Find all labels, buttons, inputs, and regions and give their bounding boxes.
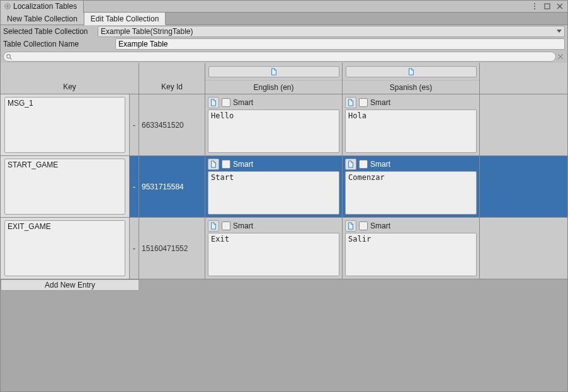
document-icon	[347, 160, 355, 168]
key-id-cell: 9531715584	[139, 156, 205, 217]
collection-name-input[interactable]	[115, 38, 565, 50]
key-id-cell: 15160471552	[139, 218, 205, 279]
value-cell: SmartExit	[205, 218, 343, 279]
selected-collection-label: Selected Table Collection	[3, 27, 98, 36]
smart-checkbox[interactable]	[359, 221, 368, 230]
document-icon	[210, 222, 217, 230]
value-config-button[interactable]	[345, 97, 356, 108]
search-row	[1, 50, 567, 63]
key-input[interactable]: MSG_1	[4, 97, 125, 153]
tabs-row: New Table Collection Edit Table Collecti…	[1, 13, 567, 25]
remove-row-button[interactable]: -	[130, 218, 139, 279]
titlebar: Localization Tables	[1, 1, 567, 13]
document-icon	[210, 160, 217, 168]
table-header: Key Key Id English (en)Spanish (es)	[1, 63, 567, 94]
smart-label: Smart	[370, 221, 390, 230]
lang-config-button[interactable]	[346, 66, 477, 77]
value-textarea[interactable]: Comenzar	[345, 171, 477, 215]
svg-point-1	[6, 5, 8, 7]
smart-label: Smart	[233, 221, 253, 230]
search-box[interactable]	[3, 52, 556, 62]
remove-row-button[interactable]: -	[130, 156, 139, 217]
collection-name-row: Table Collection Name	[1, 38, 567, 50]
smart-checkbox[interactable]	[222, 160, 230, 169]
tab-edit-collection[interactable]: Edit Table Collection	[84, 13, 166, 25]
document-icon	[347, 222, 355, 230]
search-icon	[6, 53, 13, 60]
smart-label: Smart	[233, 160, 253, 169]
smart-checkbox[interactable]	[359, 98, 368, 107]
table-row[interactable]: START_GAME-9531715584SmartStartSmartCome…	[1, 156, 567, 218]
kebab-icon[interactable]	[531, 3, 538, 10]
value-cell: SmartHello	[205, 94, 343, 155]
value-textarea[interactable]: Start	[208, 171, 339, 215]
value-cell: SmartSalir	[343, 218, 480, 279]
key-input[interactable]: EXIT_GAME	[4, 220, 125, 276]
smart-label: Smart	[370, 160, 390, 169]
value-config-button[interactable]	[208, 220, 219, 232]
search-clear-button[interactable]	[556, 52, 565, 61]
value-textarea[interactable]: Salir	[345, 233, 477, 276]
smart-label: Smart	[233, 98, 253, 107]
svg-line-9	[10, 57, 12, 59]
value-config-button[interactable]	[208, 159, 219, 170]
table-row[interactable]: MSG_1-6633451520SmartHelloSmartHola	[1, 94, 567, 156]
value-cell: SmartComenzar	[343, 156, 480, 217]
close-icon[interactable]	[556, 3, 564, 10]
chevron-down-icon	[557, 30, 562, 33]
maximize-icon[interactable]	[543, 3, 551, 10]
svg-point-8	[7, 54, 11, 58]
lang-label: Spanish (es)	[343, 80, 479, 94]
row-spacer	[480, 218, 567, 279]
value-textarea[interactable]: Exit	[208, 233, 339, 276]
header-spacer	[480, 63, 567, 94]
header-lang: English (en)	[205, 63, 343, 94]
svg-point-2	[534, 3, 535, 4]
svg-point-3	[534, 6, 535, 7]
table-row[interactable]: EXIT_GAME-15160471552SmartExitSmartSalir	[1, 218, 567, 279]
value-textarea[interactable]: Hello	[208, 109, 339, 153]
remove-row-button[interactable]: -	[130, 94, 139, 155]
header-key-id: Key Id	[139, 63, 205, 94]
row-spacer	[480, 156, 567, 217]
document-icon	[210, 99, 217, 106]
selected-collection-row: Selected Table Collection Example Table(…	[1, 25, 567, 38]
smart-checkbox[interactable]	[222, 98, 230, 107]
gear-icon	[3, 2, 12, 11]
value-cell: SmartStart	[205, 156, 343, 217]
smart-checkbox[interactable]	[359, 160, 368, 169]
add-new-entry-button[interactable]: Add New Entry	[1, 279, 139, 291]
key-cell: EXIT_GAME	[1, 218, 130, 279]
header-key: Key	[1, 63, 139, 94]
value-config-button[interactable]	[345, 159, 356, 170]
collection-name-label: Table Collection Name	[3, 40, 115, 48]
value-textarea[interactable]: Hola	[345, 109, 477, 153]
value-config-button[interactable]	[208, 97, 219, 108]
value-cell: SmartHola	[343, 94, 480, 155]
tab-new-collection[interactable]: New Table Collection	[1, 13, 84, 25]
window-tab[interactable]: Localization Tables	[1, 1, 84, 13]
lang-label: English (en)	[205, 80, 342, 94]
value-config-button[interactable]	[345, 220, 356, 232]
lang-config-button[interactable]	[208, 66, 339, 77]
key-input[interactable]: START_GAME	[4, 159, 125, 215]
row-spacer	[480, 94, 567, 155]
selected-collection-value: Example Table(StringTable)	[101, 27, 193, 36]
document-icon	[347, 99, 355, 106]
smart-label: Smart	[370, 98, 390, 107]
svg-rect-5	[545, 4, 550, 9]
smart-checkbox[interactable]	[222, 221, 230, 230]
key-id-cell: 6633451520	[139, 94, 205, 155]
search-input[interactable]	[13, 52, 554, 61]
selected-collection-dropdown[interactable]: Example Table(StringTable)	[98, 26, 565, 37]
x-icon	[558, 54, 563, 59]
key-cell: MSG_1	[1, 94, 130, 155]
header-lang: Spanish (es)	[343, 63, 480, 94]
document-icon	[407, 68, 415, 76]
svg-point-4	[534, 8, 535, 9]
key-cell: START_GAME	[1, 156, 130, 217]
window-title: Localization Tables	[13, 2, 77, 11]
document-icon	[270, 68, 278, 76]
